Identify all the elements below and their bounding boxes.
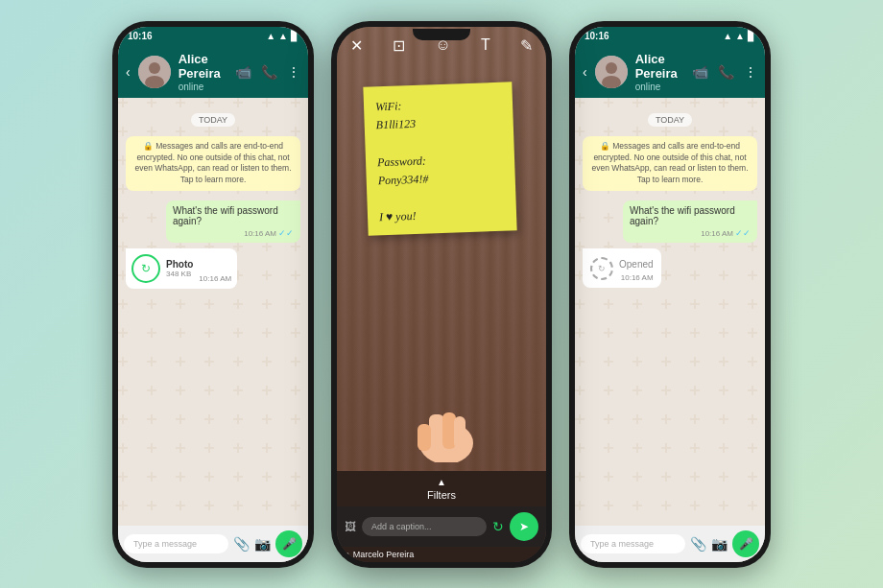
call-icon-right[interactable]: 📞 [718, 64, 734, 80]
lock-icon-right: 🔒 [600, 141, 610, 151]
svg-rect-5 [442, 412, 456, 449]
msg-sent-right: What's the wifi password again? 10:16 AM… [623, 200, 757, 243]
chat-header-left: ‹ Alice Pereira online 📹 📞 ⋮ [118, 46, 308, 98]
hand-holding-note [408, 376, 485, 466]
signal-icon-right: ▲ [723, 31, 732, 41]
filters-label: Filters [427, 489, 456, 501]
contact-info-left: Alice Pereira online [179, 52, 227, 92]
video-icon-right[interactable]: 📹 [692, 64, 708, 80]
sticker-icon-middle[interactable]: 🖼 [345, 520, 356, 533]
date-badge-right: TODAY [648, 109, 692, 127]
send-icon-middle: ➤ [519, 520, 529, 533]
check-marks-left: ✓✓ [278, 228, 294, 238]
camera-icon-right[interactable]: 📷 [711, 536, 728, 552]
message-input-right[interactable]: Type a message [581, 534, 685, 553]
contact-label-middle: › Marcelo Pereira [337, 547, 546, 562]
contact-name-right: Alice Pereira [635, 52, 684, 82]
middle-phone: ✕ ⊡ ☺ T ✎ WiFi: B1lli123 Password: Pony3… [331, 21, 552, 568]
status-time-left: 10:16 [128, 31, 153, 41]
menu-icon-left[interactable]: ⋮ [287, 64, 300, 80]
emoji-attach-icon[interactable]: ↻ [492, 519, 504, 534]
attach-icon-left[interactable]: 📎 [233, 536, 250, 552]
header-icons-right: 📹 📞 ⋮ [692, 64, 757, 80]
mic-icon-right: 🎤 [739, 537, 753, 551]
status-icons-right: ▲ ▲ ▊ [723, 31, 755, 41]
mic-icon-left: 🎤 [282, 537, 297, 551]
msg-time-right: 10:16 AM ✓✓ [630, 228, 751, 238]
sticky-note: WiFi: B1lli123 Password: Pony334!# I ♥ y… [363, 82, 516, 235]
contact-name-middle: Marcelo Pereira [353, 550, 415, 559]
svg-rect-6 [454, 416, 465, 449]
opened-icon-right: ↻ [590, 257, 613, 280]
camera-input-bar: 🖼 Add a caption... ↻ ➤ [337, 506, 546, 547]
mic-button-right[interactable]: 🎤 [732, 530, 759, 557]
back-icon-right[interactable]: ‹ [583, 64, 587, 80]
menu-icon-right[interactable]: ⋮ [744, 64, 757, 80]
battery-icon-left: ▊ [291, 31, 298, 41]
scene: 10:16 ▲ ▲ ▊ ‹ Alice Perei [0, 0, 883, 588]
contact-name-left: Alice Pereira [179, 52, 227, 82]
battery-icon-right: ▊ [748, 31, 755, 41]
chevron-icon-middle: › [346, 550, 349, 558]
input-placeholder-right: Type a message [590, 539, 654, 549]
svg-point-9 [606, 62, 617, 74]
encryption-notice-left: 🔒 Messages and calls are end-to-end encr… [126, 136, 300, 192]
message-input-left[interactable]: Type a message [124, 534, 228, 553]
photo-time-left: 10:16 AM [199, 274, 231, 283]
opened-time-right: 10:16 AM [619, 273, 654, 282]
contact-status-right: online [635, 82, 684, 92]
photo-bubble-left[interactable]: ↻ Photo 348 KB 10:16 AM [126, 248, 237, 289]
check-marks-right: ✓✓ [735, 228, 751, 238]
video-icon-left[interactable]: 📹 [235, 64, 251, 80]
wifi-icon-left: ▲ [278, 31, 288, 41]
call-icon-left[interactable]: 📞 [261, 64, 277, 80]
filters-arrow-icon: ▲ [437, 477, 446, 487]
wifi-icon-right: ▲ [735, 31, 745, 41]
status-icons-left: ▲ ▲ ▊ [266, 31, 298, 41]
back-icon-left[interactable]: ‹ [126, 64, 131, 80]
input-bar-left: Type a message 📎 📷 🎤 [118, 526, 308, 562]
input-bar-right: Type a message 📎 📷 🎤 [575, 526, 765, 562]
right-phone: 10:16 ▲ ▲ ▊ ‹ Alice Perei [569, 21, 771, 568]
avatar-left [138, 56, 171, 88]
msg-text-left: What's the wifi password again? [173, 205, 278, 226]
photo-label-left: Photo [166, 259, 193, 270]
encryption-notice-right: 🔒 Messages and calls are end-to-end encr… [583, 136, 757, 192]
signal-icon-left: ▲ [266, 31, 275, 41]
chat-body-right: TODAY 🔒 Messages and calls are end-to-en… [575, 98, 765, 526]
caption-placeholder: Add a caption... [371, 522, 432, 531]
text-icon-middle[interactable]: T [481, 36, 490, 54]
draw-icon-middle[interactable]: ✎ [520, 36, 533, 55]
contact-status-left: online [179, 82, 227, 92]
opened-text-right: Opened 10:16 AM [619, 254, 654, 282]
filters-bar[interactable]: ▲ Filters [337, 471, 546, 506]
input-placeholder-left: Type a message [133, 539, 197, 549]
send-button-middle[interactable]: ➤ [510, 512, 538, 541]
close-icon-middle[interactable]: ✕ [350, 36, 363, 55]
attach-icon-right[interactable]: 📎 [690, 536, 706, 552]
msg-text-right: What's the wifi password again? [630, 205, 735, 226]
caption-input-middle[interactable]: Add a caption... [362, 517, 487, 536]
photo-size-left: 348 KB [166, 270, 193, 278]
avatar-right [595, 56, 628, 88]
photo-progress-icon: ↻ [141, 262, 151, 275]
status-bar-left: 10:16 ▲ ▲ ▊ [118, 27, 308, 46]
sticky-text: WiFi: B1lli123 Password: Pony334!# I ♥ y… [375, 93, 506, 226]
chat-header-right: ‹ Alice Pereira online 📹 📞 ⋮ [575, 46, 765, 98]
left-phone: 10:16 ▲ ▲ ▊ ‹ Alice Perei [112, 21, 314, 568]
photo-info-left: Photo 348 KB [166, 259, 193, 278]
mic-button-left[interactable]: 🎤 [275, 530, 302, 557]
svg-rect-7 [418, 424, 431, 451]
lock-icon-left: 🔒 [143, 141, 154, 151]
status-time-right: 10:16 [585, 31, 609, 41]
svg-point-1 [149, 62, 160, 74]
svg-rect-4 [429, 414, 444, 453]
camera-icon-left[interactable]: 📷 [254, 536, 271, 552]
photo-icon-left: ↻ [131, 254, 160, 283]
msg-time-left: 10:16 AM ✓✓ [173, 228, 294, 238]
date-badge-left: TODAY [191, 109, 235, 127]
crop-icon-middle[interactable]: ⊡ [393, 36, 405, 55]
status-bar-right: 10:16 ▲ ▲ ▊ [575, 27, 765, 46]
opened-bubble-right[interactable]: ↻ Opened 10:16 AM [583, 248, 661, 288]
header-icons-left: 📹 📞 ⋮ [235, 64, 300, 80]
